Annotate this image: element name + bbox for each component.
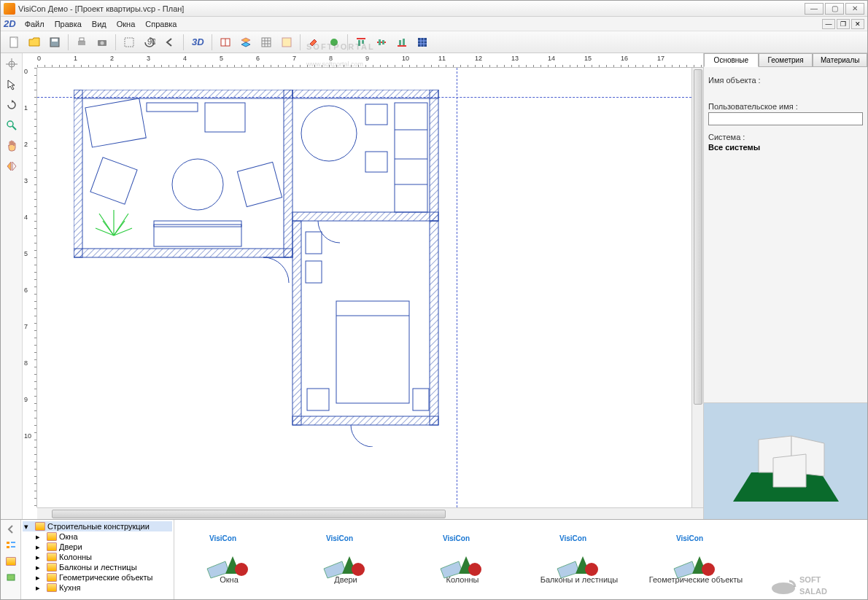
- tab-basic[interactable]: Основные: [704, 53, 759, 67]
- tree-item[interactable]: ▸Балконы и лестницы: [23, 562, 172, 572]
- svg-marker-86: [207, 561, 229, 578]
- svg-rect-43: [430, 90, 438, 221]
- svg-marker-98: [674, 561, 696, 578]
- library-item[interactable]: VisiConКолонны: [415, 536, 510, 584]
- svg-rect-75: [413, 389, 429, 410]
- user-name-input[interactable]: [708, 112, 863, 125]
- svg-point-91: [352, 563, 365, 576]
- menu-help[interactable]: Справка: [141, 18, 181, 30]
- svg-rect-85: [7, 574, 15, 580]
- folder-icon: [47, 532, 57, 541]
- floor-plan[interactable]: [74, 90, 475, 447]
- minimize-button[interactable]: —: [805, 3, 824, 15]
- app-icon: [4, 3, 15, 15]
- zoom-tool[interactable]: [4, 117, 20, 133]
- svg-rect-16: [282, 38, 291, 47]
- svg-rect-45: [292, 221, 301, 425]
- lib-add-button[interactable]: [4, 571, 18, 584]
- window-tool-button[interactable]: [217, 34, 234, 51]
- library-item[interactable]: VisiConОкна: [182, 536, 276, 584]
- align-bottom-button[interactable]: [393, 34, 411, 51]
- align-top-button[interactable]: [352, 34, 370, 51]
- open-file-button[interactable]: [26, 34, 43, 51]
- svg-rect-20: [362, 40, 364, 44]
- folder-icon: [47, 583, 57, 592]
- library-tree[interactable]: ▾ Строительные конструкции ▸Окна▸Двери▸К…: [21, 520, 174, 599]
- grid-button[interactable]: [257, 34, 275, 51]
- tree-item[interactable]: ▸Кухня: [23, 583, 172, 593]
- mdi-minimize-button[interactable]: —: [822, 19, 835, 29]
- tree-item[interactable]: ▸Окна: [23, 531, 172, 542]
- menu-view[interactable]: Вид: [88, 18, 111, 30]
- tab-materials[interactable]: Материалы: [813, 53, 867, 67]
- svg-rect-64: [365, 104, 387, 125]
- label-object-name: Имя объекта :: [708, 76, 863, 85]
- mdi-restore-button[interactable]: ❐: [837, 19, 850, 29]
- vertical-scrollbar[interactable]: [691, 68, 703, 507]
- tab-geometry[interactable]: Геометрия: [759, 53, 813, 67]
- color-button[interactable]: [325, 34, 343, 51]
- mesh-button[interactable]: [414, 34, 431, 51]
- svg-rect-26: [403, 39, 405, 45]
- svg-point-88: [235, 563, 248, 576]
- rotate-tool[interactable]: [4, 97, 20, 113]
- tree-item[interactable]: ▸Геометрические объекты: [23, 572, 172, 583]
- layers-button[interactable]: [237, 34, 255, 51]
- svg-rect-84: [11, 546, 15, 548]
- save-button[interactable]: [46, 34, 63, 51]
- paint-button[interactable]: [305, 34, 322, 51]
- svg-rect-23: [382, 40, 384, 44]
- library-item[interactable]: VisiConДвери: [298, 536, 393, 584]
- drawing-canvas[interactable]: [37, 68, 691, 507]
- maximize-button[interactable]: ▢: [825, 3, 844, 15]
- snapshot-button[interactable]: [93, 34, 111, 51]
- svg-rect-44: [292, 212, 438, 221]
- menu-bar: 2D Файл Правка Вид Окна Справка — ❐ ✕: [1, 17, 867, 31]
- svg-rect-19: [358, 40, 360, 46]
- svg-rect-82: [11, 542, 15, 543]
- new-file-button[interactable]: [5, 34, 23, 51]
- horizontal-scrollbar[interactable]: [37, 507, 703, 519]
- align-middle-button[interactable]: [373, 34, 390, 51]
- svg-rect-50: [205, 103, 245, 132]
- pan-tool[interactable]: [4, 138, 20, 154]
- print-button[interactable]: [73, 34, 90, 51]
- folder-icon: [47, 542, 57, 551]
- select-area-button[interactable]: [120, 34, 138, 51]
- mode-3d-button[interactable]: 3D: [188, 34, 207, 51]
- menu-file[interactable]: Файл: [20, 18, 49, 30]
- svg-rect-52: [90, 157, 137, 204]
- undo-button[interactable]: [161, 34, 179, 51]
- menu-windows[interactable]: Окна: [112, 18, 140, 30]
- title-bar: VisiCon Демо - [Проект квартиры.vcp - Пл…: [1, 1, 867, 17]
- mirror-tool[interactable]: [4, 158, 20, 174]
- system-value: Все системы: [708, 143, 863, 152]
- library-item[interactable]: VisiConГеометрические объекты: [648, 536, 743, 584]
- svg-rect-46: [292, 416, 438, 425]
- preview-3d[interactable]: [704, 402, 867, 519]
- svg-point-6: [101, 41, 104, 44]
- origin-tool[interactable]: [4, 56, 20, 72]
- lib-tree-button[interactable]: [4, 539, 18, 552]
- svg-text:90: 90: [147, 37, 155, 46]
- lib-back-button[interactable]: [4, 523, 18, 536]
- library-item[interactable]: VisiConБалконы и лестницы: [532, 536, 627, 584]
- close-button[interactable]: ✕: [845, 3, 864, 15]
- svg-point-63: [301, 106, 357, 161]
- tree-item[interactable]: ▸Колонны: [23, 552, 172, 562]
- tree-root[interactable]: ▾ Строительные конструкции: [23, 521, 172, 531]
- rotate90-button[interactable]: 90: [141, 34, 158, 51]
- pointer-tool[interactable]: [4, 77, 20, 93]
- tree-item[interactable]: ▸Двери: [23, 542, 172, 552]
- hatch-button[interactable]: [278, 34, 295, 51]
- svg-rect-71: [306, 261, 322, 283]
- left-toolbar: [1, 53, 23, 519]
- mdi-close-button[interactable]: ✕: [851, 19, 864, 29]
- folder-icon: [47, 563, 57, 572]
- folder-icon: [47, 553, 57, 561]
- menu-edit[interactable]: Правка: [50, 18, 86, 30]
- svg-point-51: [172, 159, 223, 210]
- lib-folder-button[interactable]: [4, 555, 18, 568]
- label-system: Система :: [708, 133, 863, 141]
- svg-marker-89: [324, 561, 346, 578]
